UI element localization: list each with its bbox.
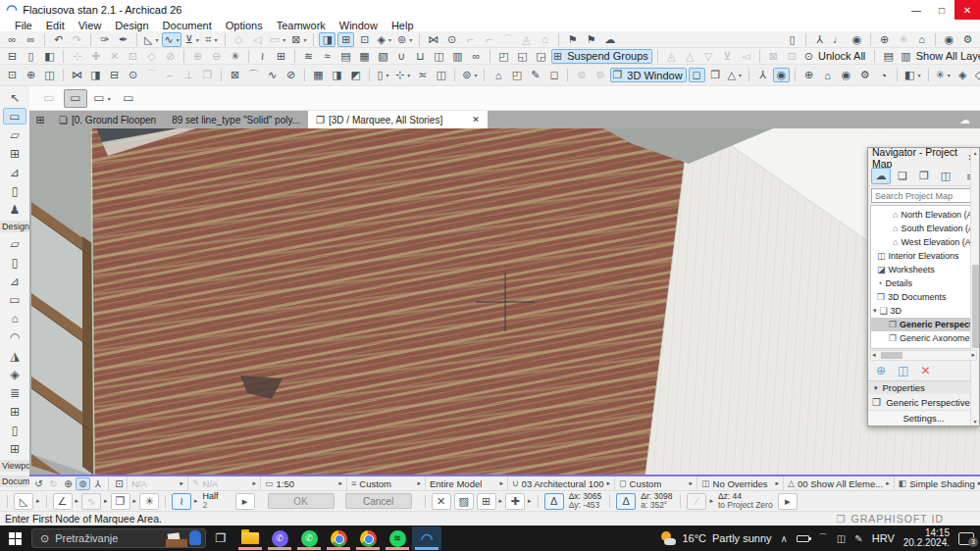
trim-icon[interactable]: ⋈ — [69, 68, 85, 82]
hatch-diag-icon[interactable]: ▧ — [375, 49, 391, 64]
elevate-icon[interactable]: ⊘ — [162, 49, 179, 64]
column-tool[interactable]: ▯ — [3, 254, 26, 271]
link-icon[interactable]: ∞ — [468, 49, 485, 64]
notification-button[interactable]: 3 — [958, 532, 974, 545]
beam-design-tool[interactable]: ⊿ — [3, 273, 26, 289]
whatsapp-button[interactable]: ✆ — [294, 526, 324, 550]
window-layout-icon[interactable]: ⊞ — [29, 111, 51, 128]
overrides-icon[interactable]: ◇▾ — [973, 68, 980, 82]
crop-icon[interactable]: ▥ — [449, 49, 466, 64]
slab-tool[interactable]: ▱ — [3, 126, 26, 143]
publisher-icon[interactable]: ◫ — [936, 168, 955, 184]
distribute-icon[interactable]: ◱ — [514, 49, 531, 64]
expand-icon[interactable]: ▸ — [235, 493, 255, 510]
marquee-thin-option[interactable]: ▭ — [37, 89, 61, 108]
duplicate-icon[interactable]: ❐ — [199, 68, 216, 82]
archicad-taskbar-button[interactable]: ◠ — [412, 526, 441, 550]
surface-icon[interactable]: ◈ — [954, 68, 971, 82]
fillet-edge-icon[interactable]: ⌒ — [143, 68, 160, 82]
display-icon[interactable]: ◫ — [837, 533, 846, 544]
properties-header[interactable]: ▾ Properties — [868, 380, 979, 394]
menu-item-view[interactable]: View — [72, 20, 109, 31]
layers-icon[interactable]: ▤ — [880, 49, 897, 64]
hatch-grid-icon[interactable]: ▦ — [356, 49, 373, 64]
renovation-icon[interactable]: ◨ — [319, 32, 335, 47]
scroll-down-icon[interactable]: ▾ — [973, 418, 976, 425]
zoom-in-icon[interactable]: ⊕ — [61, 477, 76, 490]
freehand-icon[interactable]: ∿ — [264, 68, 281, 82]
mesh-tool[interactable]: ◮ — [3, 347, 26, 364]
orbit-icon[interactable]: ⊚▾ — [460, 68, 479, 82]
menu-item-document[interactable]: Document — [156, 20, 219, 31]
multiply-icon[interactable]: ◇ — [143, 49, 160, 64]
marquee-tool[interactable]: ▭ — [3, 108, 26, 125]
marquee-poly-option[interactable]: ▭▾ — [90, 89, 114, 108]
corner-icon[interactable]: ⌐ — [162, 68, 179, 82]
delete-viewpoint-icon[interactable]: ✕ — [920, 364, 930, 377]
close-button[interactable]: ✕ — [954, 0, 980, 20]
curtain-wall-tool[interactable]: ⊞ — [3, 145, 26, 162]
fit-frame-icon[interactable]: ◫ — [433, 68, 449, 82]
subtract-icon[interactable]: ⊔ — [412, 49, 429, 64]
shell-tool[interactable]: ◠ — [3, 328, 26, 345]
marquee-all-option[interactable]: ▭ — [117, 89, 140, 108]
pen-icon[interactable]: ✎ — [854, 533, 862, 544]
settings-icon[interactable]: ⚙ — [959, 32, 976, 47]
cloud-sync-icon[interactable]: ☁ — [601, 32, 618, 47]
task-view-button[interactable]: ❐ — [206, 526, 235, 550]
trace-reference-icon[interactable]: ◈▾ — [375, 32, 392, 47]
projection-icon[interactable]: △▾ — [726, 68, 744, 82]
door-design-tool[interactable]: ▯ — [3, 422, 26, 438]
lock-elements-icon[interactable]: ⊠ — [765, 49, 782, 64]
pick-up-parameters-icon[interactable]: ✑ — [96, 32, 113, 47]
white-model-icon[interactable]: ◻ — [689, 68, 705, 82]
scroll-thumb[interactable] — [972, 265, 979, 348]
look-around-icon[interactable]: ◉ — [773, 68, 790, 82]
hatch-brick-icon[interactable]: ≋ — [300, 49, 317, 64]
delta-ra-icon[interactable]: Δ — [616, 493, 636, 510]
chrome-profile-button[interactable] — [353, 526, 383, 550]
zoom-selection-icon[interactable]: ⊕ — [23, 68, 39, 82]
magic-wand-icon[interactable]: ✳ — [139, 493, 159, 510]
hatch-lines-icon[interactable]: ▤ — [337, 49, 354, 64]
walk-icon[interactable]: ⅄ — [90, 477, 105, 490]
intersect-icon[interactable]: ⊟ — [106, 68, 123, 82]
bounding-box-icon[interactable]: ▭▾ — [268, 32, 287, 47]
quick-structure-display[interactable]: Entire Model▸ — [425, 476, 507, 490]
battery-icon[interactable] — [797, 535, 809, 542]
send-backward-icon[interactable]: ▽ — [700, 49, 717, 64]
dropdown-icon[interactable]: ▸ — [76, 497, 79, 505]
tab-ground-floor[interactable]: ❏ [0. Ground Floopen — [51, 111, 164, 128]
graphisoft-id[interactable]: ❐ GRAPHISOFT ID — [837, 513, 975, 525]
arc-icon[interactable]: ⌒ — [245, 68, 262, 82]
arrow-tool[interactable]: ↖ — [3, 89, 26, 106]
add-view-icon[interactable]: ⊕ — [876, 32, 893, 47]
move-icon[interactable]: ✚ — [87, 49, 104, 64]
orbit-icon[interactable]: ⊚ — [76, 477, 90, 490]
quick-renovation-filter[interactable]: N/A▸ — [127, 476, 187, 490]
show-all-layers-button[interactable]: ▥Show All Layers — [899, 49, 980, 64]
nav-item-worksheets[interactable]: ◪Worksheets — [871, 263, 976, 276]
nav-item-south-elevation[interactable]: ⌂South Elevation (Auto — [871, 222, 976, 235]
hscroll-thumb[interactable] — [881, 352, 903, 359]
walk-mode-icon[interactable]: ⅄ — [754, 68, 771, 82]
camera-icon[interactable]: ◉ — [941, 32, 957, 47]
forward-history-icon[interactable]: ↻ — [46, 477, 61, 490]
undo-icon[interactable]: ↶ — [50, 32, 67, 47]
inject-parameters-icon[interactable]: ✒ — [115, 32, 131, 47]
layout-book-icon[interactable]: ❐ — [914, 168, 934, 184]
lock-icon[interactable]: ⊠▾ — [289, 32, 308, 47]
menu-item-help[interactable]: Help — [385, 20, 421, 31]
align-base-icon[interactable]: ⊥ — [181, 68, 197, 82]
project-map-icon[interactable]: ☁ — [871, 168, 891, 184]
zoom-in-icon[interactable]: ⊕ — [189, 49, 206, 64]
coordinate-xy[interactable]: Δx: 3065 Δy: -453 — [567, 492, 604, 510]
intersect-icon[interactable]: ◫ — [431, 49, 447, 64]
axonometry-icon[interactable]: ❐ — [707, 68, 724, 82]
send-to-back-icon[interactable]: ⊻ — [719, 49, 736, 64]
ok-button[interactable]: OK — [268, 493, 335, 509]
beam-tool[interactable]: ⊿ — [3, 164, 26, 180]
hidden-icons-chevron[interactable]: ∧ — [781, 533, 788, 544]
fit-in-window-icon[interactable]: ⊡ — [112, 477, 127, 490]
gravity-icon[interactable]: ⊻▾ — [183, 32, 201, 47]
